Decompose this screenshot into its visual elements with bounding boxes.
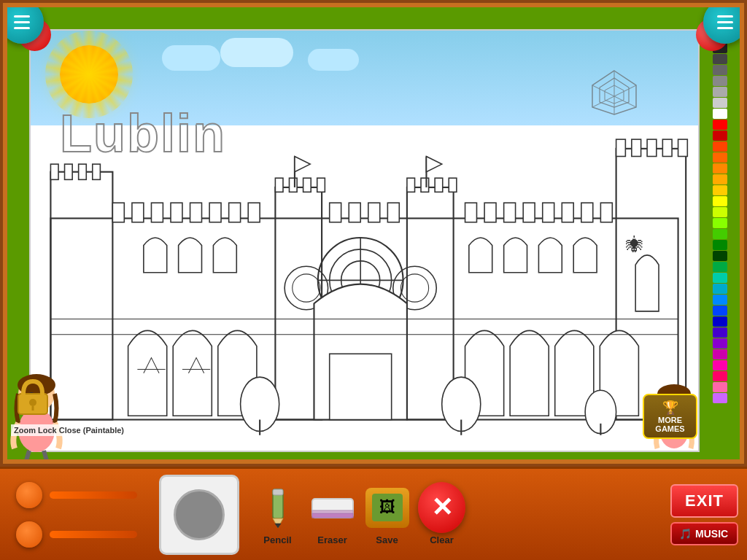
svg-rect-10	[79, 164, 87, 179]
eraser-icon-box	[309, 484, 356, 532]
color-swatch[interactable]	[713, 87, 727, 97]
color-swatch[interactable]	[713, 360, 727, 370]
color-picker-area[interactable]	[159, 475, 239, 555]
svg-rect-35	[171, 203, 182, 222]
save-icon-box: 🖼	[363, 484, 411, 532]
color-swatch[interactable]	[713, 174, 727, 184]
svg-rect-61	[330, 354, 392, 419]
svg-rect-17	[678, 139, 688, 156]
color-swatch[interactable]	[713, 382, 727, 392]
svg-rect-42	[368, 203, 380, 222]
svg-rect-88	[273, 489, 283, 495]
color-swatch[interactable]	[713, 163, 727, 174]
svg-rect-24	[407, 178, 415, 192]
color-swatch[interactable]	[713, 207, 727, 217]
slider-track-1[interactable]	[50, 491, 137, 499]
clear-x-icon: ✕	[431, 494, 453, 521]
color-swatch[interactable]	[713, 262, 727, 272]
color-swatch[interactable]	[713, 393, 727, 403]
pencil-label: Pencil	[263, 534, 291, 545]
color-swatch[interactable]	[713, 152, 727, 163]
svg-rect-41	[349, 203, 360, 222]
clear-tool[interactable]: ✕ Clear	[418, 484, 465, 545]
color-swatch[interactable]	[713, 251, 727, 261]
svg-rect-13	[616, 139, 626, 156]
music-button[interactable]: 🎵 MUSIC	[670, 522, 738, 545]
lock-icon[interactable]	[15, 376, 51, 416]
color-swatch[interactable]	[713, 109, 727, 119]
svg-rect-32	[112, 203, 124, 222]
svg-rect-40	[330, 203, 341, 222]
svg-rect-34	[151, 203, 163, 222]
svg-rect-45	[484, 203, 496, 222]
svg-rect-16	[662, 139, 672, 156]
cloud-3	[308, 49, 359, 71]
menu-button-topright[interactable]	[703, 3, 744, 44]
color-swatch[interactable]	[713, 218, 727, 228]
color-swatch[interactable]	[713, 273, 727, 283]
color-swatch[interactable]	[713, 295, 727, 305]
color-swatch[interactable]	[713, 349, 727, 359]
color-swatch[interactable]	[713, 327, 727, 338]
svg-rect-50	[581, 203, 593, 222]
svg-rect-37	[209, 203, 221, 222]
color-swatch[interactable]	[713, 185, 727, 195]
exit-button[interactable]: EXIT	[670, 484, 738, 518]
color-swatch[interactable]	[713, 316, 727, 327]
svg-rect-46	[504, 203, 516, 222]
svg-rect-9	[65, 164, 73, 179]
color-swatch[interactable]	[713, 338, 727, 349]
slider-handle-1[interactable]	[16, 482, 42, 508]
color-swatch[interactable]	[713, 98, 727, 108]
cloud-1	[162, 45, 220, 71]
svg-marker-31	[426, 156, 441, 171]
color-swatch[interactable]	[713, 76, 727, 86]
zoom-lock-label: Zoom Lock Close (Paintable)	[11, 424, 127, 436]
right-actions: EXIT 🎵 MUSIC	[670, 484, 738, 545]
save-icon: 🖼	[365, 488, 409, 528]
svg-rect-43	[387, 203, 399, 222]
color-swatch[interactable]	[713, 131, 727, 141]
cloud-2	[220, 38, 293, 67]
svg-point-58	[293, 274, 320, 302]
svg-rect-93	[312, 513, 353, 518]
svg-rect-33	[132, 203, 144, 222]
svg-rect-25	[421, 178, 429, 192]
eraser-tool[interactable]: Eraser	[309, 484, 356, 545]
slider-row-1	[16, 482, 137, 508]
color-swatch[interactable]	[713, 240, 727, 250]
spider-web	[589, 67, 640, 118]
svg-rect-26	[435, 178, 443, 192]
color-swatch[interactable]	[713, 65, 727, 75]
color-swatch[interactable]	[713, 371, 727, 381]
color-swatch[interactable]	[713, 120, 727, 130]
clear-button[interactable]: ✕	[418, 482, 465, 533]
svg-line-77	[26, 451, 29, 459]
svg-rect-21	[289, 178, 297, 192]
tools-area: Pencil Eraser 🖼	[254, 484, 465, 545]
svg-rect-36	[190, 203, 202, 222]
svg-rect-44	[465, 203, 477, 222]
save-label: Save	[376, 534, 398, 545]
svg-rect-23	[317, 178, 325, 192]
slider-track-2[interactable]	[50, 531, 137, 538]
sun-decoration	[60, 45, 118, 104]
color-swatch[interactable]	[713, 284, 727, 294]
more-games-label: MORE GAMES	[650, 416, 690, 433]
svg-rect-14	[632, 139, 641, 156]
save-tool[interactable]: 🖼 Save	[363, 484, 411, 545]
color-swatch[interactable]	[713, 196, 727, 206]
color-swatch[interactable]	[713, 141, 727, 152]
color-swatch[interactable]	[713, 306, 727, 316]
slider-handle-2[interactable]	[16, 521, 42, 548]
music-note-icon: 🎵	[679, 528, 692, 540]
more-games-button[interactable]: 🏆 MORE GAMES	[643, 394, 697, 439]
svg-rect-11	[93, 164, 101, 179]
svg-line-78	[44, 451, 47, 459]
pencil-icon-box	[254, 484, 301, 532]
svg-rect-38	[229, 203, 241, 222]
drawing-canvas[interactable]: 🕷 Lublin	[29, 29, 700, 452]
color-swatch[interactable]	[713, 54, 727, 64]
pencil-tool[interactable]: Pencil	[254, 484, 301, 545]
color-swatch[interactable]	[713, 229, 727, 239]
